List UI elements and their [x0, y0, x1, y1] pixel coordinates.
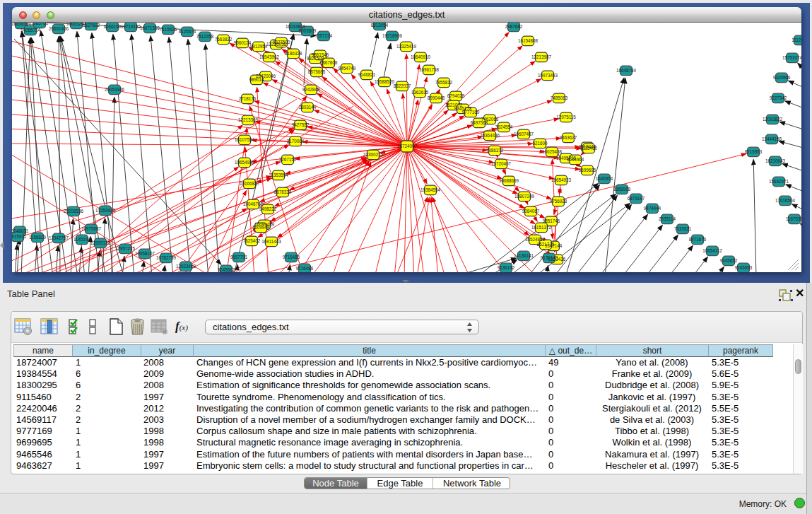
svg-text:2803144: 2803144 — [299, 105, 317, 110]
svg-text:7632621: 7632621 — [674, 226, 692, 231]
svg-text:15751074: 15751074 — [782, 55, 801, 60]
svg-text:9756928: 9756928 — [550, 199, 567, 204]
svg-text:17016504: 17016504 — [775, 198, 796, 203]
svg-text:2987682: 2987682 — [505, 24, 523, 29]
svg-text:16648784: 16648784 — [616, 68, 637, 73]
svg-text:11353594: 11353594 — [269, 173, 288, 177]
svg-text:8454749: 8454749 — [339, 66, 356, 71]
svg-text:9227342: 9227342 — [770, 95, 787, 100]
svg-text:3624554: 3624554 — [495, 124, 513, 129]
svg-text:2521775: 2521775 — [537, 242, 555, 247]
svg-text:16671355: 16671355 — [140, 25, 160, 30]
svg-text:10688609: 10688609 — [499, 178, 519, 183]
svg-text:9245653: 9245653 — [735, 265, 753, 270]
svg-text:16782759: 16782759 — [156, 255, 177, 260]
svg-text:1640954: 1640954 — [596, 176, 613, 181]
svg-text:9136143: 9136143 — [541, 255, 558, 260]
svg-text:2718176: 2718176 — [239, 96, 257, 101]
svg-text:10654112: 10654112 — [702, 248, 722, 253]
svg-text:20206536: 20206536 — [64, 209, 84, 214]
svg-text:9245652: 9245652 — [720, 258, 738, 263]
svg-text:10975887: 10975887 — [81, 226, 102, 231]
svg-text:19218506: 19218506 — [382, 33, 403, 38]
svg-text:10025438: 10025438 — [542, 149, 563, 154]
svg-text:1362615: 1362615 — [411, 90, 429, 95]
svg-text:7512358: 7512358 — [196, 34, 214, 39]
svg-text:1112643: 1112643 — [792, 37, 801, 42]
svg-text:12975115: 12975115 — [556, 115, 576, 119]
svg-text:16210643: 16210643 — [765, 158, 786, 163]
svg-text:14055724: 14055724 — [20, 28, 41, 33]
svg-text:9427552: 9427552 — [292, 122, 310, 127]
svg-text:9245662: 9245662 — [218, 267, 235, 272]
svg-text:1527602: 1527602 — [83, 23, 100, 28]
svg-text:9245061: 9245061 — [12, 228, 29, 233]
svg-text:9146821: 9146821 — [358, 72, 376, 77]
svg-text:9716486: 9716486 — [296, 266, 314, 271]
svg-text:16151372: 16151372 — [531, 225, 552, 230]
svg-text:15588520: 15588520 — [375, 79, 395, 84]
svg-text:15692971: 15692971 — [769, 179, 789, 184]
svg-text:16961758: 16961758 — [419, 67, 440, 72]
svg-text:5003809: 5003809 — [299, 28, 317, 33]
svg-text:9084067: 9084067 — [522, 209, 540, 214]
svg-text:1609949: 1609949 — [252, 225, 270, 230]
svg-text:8875685: 8875685 — [308, 69, 326, 74]
svg-text:12942757: 12942757 — [49, 235, 69, 240]
svg-text:6794028: 6794028 — [447, 93, 465, 98]
svg-text:20691406: 20691406 — [49, 26, 69, 31]
svg-text:7485063: 7485063 — [551, 95, 568, 100]
svg-text:1145194: 1145194 — [73, 237, 91, 242]
svg-text:8878334: 8878334 — [274, 189, 292, 194]
svg-text:19384554: 19384554 — [420, 187, 441, 192]
svg-text:9861546: 9861546 — [312, 52, 329, 57]
svg-text:9851746: 9851746 — [543, 218, 560, 223]
svg-text:23300275: 23300275 — [363, 152, 384, 157]
svg-text:9960124: 9960124 — [234, 40, 252, 45]
svg-text:7955812: 7955812 — [435, 80, 453, 85]
svg-text:10958107: 10958107 — [135, 251, 155, 256]
svg-text:9657791: 9657791 — [230, 255, 248, 259]
svg-text:12093822: 12093822 — [763, 117, 783, 122]
svg-text:16107554: 16107554 — [235, 137, 255, 142]
svg-text:8958928: 8958928 — [613, 187, 631, 192]
svg-text:8990448: 8990448 — [428, 95, 445, 100]
svg-text:10973493: 10973493 — [538, 73, 558, 78]
svg-text:8822037: 8822037 — [394, 83, 411, 88]
svg-text:13325419: 13325419 — [396, 44, 417, 49]
svg-text:16154808: 16154808 — [518, 38, 539, 43]
svg-text:9329966: 9329966 — [773, 75, 791, 80]
svg-text:19654923: 19654923 — [551, 177, 572, 182]
svg-text:7663822: 7663822 — [215, 37, 233, 42]
svg-text:2935114: 2935114 — [659, 216, 676, 221]
svg-text:8813054: 8813054 — [371, 23, 389, 28]
svg-text:19654983: 19654983 — [235, 160, 255, 165]
svg-text:9716485: 9716485 — [283, 255, 300, 259]
svg-text:9474444: 9474444 — [644, 206, 661, 211]
svg-text:12923468: 12923468 — [176, 264, 196, 269]
svg-text:18640910: 18640910 — [411, 54, 431, 59]
svg-text:16911443: 16911443 — [261, 239, 281, 244]
svg-text:16524851: 16524851 — [525, 237, 546, 242]
svg-text:3915911: 3915911 — [12, 234, 27, 239]
svg-text:12444158: 12444158 — [762, 136, 782, 141]
svg-text:8186328: 8186328 — [285, 51, 302, 56]
svg-text:9644964: 9644964 — [567, 157, 584, 162]
svg-text:1156829: 1156829 — [29, 235, 47, 240]
svg-text:9498222: 9498222 — [259, 206, 277, 211]
svg-text:9777169: 9777169 — [462, 110, 480, 115]
svg-text:8912954: 8912954 — [250, 44, 268, 49]
svg-text:20053346: 20053346 — [105, 87, 125, 92]
svg-text:9242848: 9242848 — [302, 87, 320, 92]
svg-text:1085761: 1085761 — [31, 23, 49, 25]
svg-text:12505135: 12505135 — [90, 240, 111, 245]
svg-text:18807249: 18807249 — [514, 194, 535, 199]
svg-text:18724007: 18724007 — [397, 144, 418, 148]
svg-text:14136141: 14136141 — [514, 253, 534, 258]
svg-text:7515526: 7515526 — [160, 27, 177, 32]
svg-text:7625402: 7625402 — [243, 238, 261, 243]
svg-text:16858504: 16858504 — [12, 23, 31, 26]
svg-text:7986372: 7986372 — [486, 148, 504, 153]
svg-text:19166827: 19166827 — [240, 181, 260, 186]
svg-text:8125574: 8125574 — [179, 29, 196, 34]
